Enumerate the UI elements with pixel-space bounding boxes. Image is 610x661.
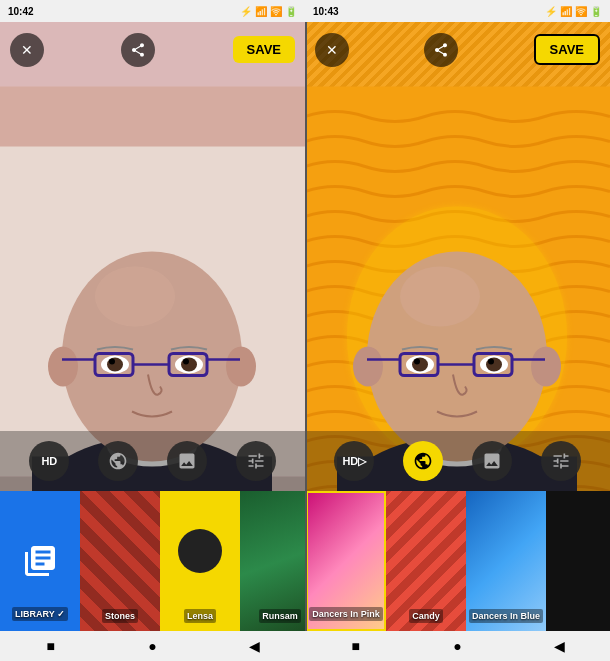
candy-label: Candy (409, 609, 443, 623)
svg-point-39 (488, 359, 494, 365)
svg-point-9 (48, 347, 78, 387)
signal-icon-left: 📶 (255, 6, 267, 17)
nav-back-left[interactable]: ◀ (244, 636, 264, 656)
image-icon-left (177, 451, 197, 471)
image-button-left[interactable] (167, 441, 207, 481)
lensa-label: Lensa (184, 609, 216, 623)
svg-point-36 (414, 359, 420, 365)
filter-runsam[interactable]: Runsam (240, 491, 305, 631)
svg-point-32 (353, 347, 383, 387)
status-bar-left: 10:42 ⚡ 📶 🛜 🔋 (0, 0, 305, 22)
filter-library[interactable]: LIBRARY ✓ (0, 491, 80, 631)
wifi-icon-left: 🛜 (270, 6, 282, 17)
filter-dancers-blue[interactable]: Dancers In Blue (466, 491, 546, 631)
controls-right: HD▷ (305, 431, 610, 491)
status-icons-right: ⚡ 📶 🛜 🔋 (545, 6, 602, 17)
share-icon-right (433, 42, 449, 58)
image-button-right[interactable] (472, 441, 512, 481)
svg-point-17 (183, 359, 189, 365)
time-right: 10:43 (313, 6, 339, 17)
wifi-icon-right: 🛜 (575, 6, 587, 17)
face-button-left[interactable] (98, 441, 138, 481)
share-button-left[interactable] (121, 33, 155, 67)
filter-lensa[interactable]: Lensa (160, 491, 240, 631)
signal-icon-right: 📶 (560, 6, 572, 17)
face-icon-right (413, 451, 433, 471)
save-button-left[interactable]: SAVE (233, 36, 295, 63)
hd-button-right[interactable]: HD▷ (334, 441, 374, 481)
filter-candy[interactable]: Candy (386, 491, 466, 631)
filter-dancers-pink[interactable]: Dancers In Pink (306, 491, 386, 631)
svg-point-8 (95, 267, 175, 327)
filter-strip-left: LIBRARY ✓ Stones Lensa Runsam (0, 491, 305, 631)
save-button-right[interactable]: SAVE (534, 34, 600, 65)
face-button-right[interactable] (403, 441, 443, 481)
nav-square-right[interactable]: ■ (346, 636, 366, 656)
image-icon-right (482, 451, 502, 471)
panel-divider (305, 22, 307, 631)
nav-back-right[interactable]: ◀ (549, 636, 569, 656)
hd-button-left[interactable]: HD (29, 441, 69, 481)
svg-point-14 (109, 359, 115, 365)
library-label: LIBRARY ✓ (12, 607, 68, 621)
filter-strip-right: Dancers In Pink Candy Dancers In Blue (305, 491, 610, 631)
settings-button-right[interactable] (541, 441, 581, 481)
share-button-right[interactable] (424, 33, 458, 67)
toolbar-left: ✕ SAVE (0, 22, 305, 77)
toolbar-right: ✕ SAVE (305, 22, 610, 77)
status-bar: 10:42 ⚡ 📶 🛜 🔋 10:43 ⚡ 📶 🛜 🔋 (0, 0, 610, 22)
svg-point-33 (531, 347, 561, 387)
svg-point-10 (226, 347, 256, 387)
time-left: 10:42 (8, 6, 34, 17)
svg-point-13 (107, 358, 123, 372)
settings-icon-right (551, 451, 571, 471)
nav-square-left[interactable]: ■ (41, 636, 61, 656)
nav-left: ■ ● ◀ (0, 636, 305, 656)
status-bar-right: 10:43 ⚡ 📶 🛜 🔋 (305, 0, 610, 22)
dancers-pink-label: Dancers In Pink (309, 607, 383, 621)
controls-left: HD (0, 431, 305, 491)
bluetooth-icon-left: ⚡ (240, 6, 252, 17)
close-button-right[interactable]: ✕ (315, 33, 349, 67)
filter-stones[interactable]: Stones (80, 491, 160, 631)
battery-icon-right: 🔋 (590, 6, 602, 17)
svg-point-31 (400, 267, 480, 327)
runsam-label: Runsam (259, 609, 301, 623)
face-icon-left (108, 451, 128, 471)
screen: 10:42 ⚡ 📶 🛜 🔋 10:43 ⚡ 📶 🛜 🔋 (0, 0, 610, 661)
settings-icon-left (246, 451, 266, 471)
panels-container: ✕ SAVE ✕ SAVE HD (0, 22, 610, 631)
status-icons-left: ⚡ 📶 🛜 🔋 (240, 6, 297, 17)
share-icon-left (130, 42, 146, 58)
svg-point-16 (181, 358, 197, 372)
svg-point-38 (486, 358, 502, 372)
bluetooth-icon-right: ⚡ (545, 6, 557, 17)
nav-circle-left[interactable]: ● (142, 636, 162, 656)
svg-point-35 (412, 358, 428, 372)
close-button-left[interactable]: ✕ (10, 33, 44, 67)
library-icon (22, 543, 58, 579)
nav-right: ■ ● ◀ (305, 636, 610, 656)
dancers-blue-label: Dancers In Blue (469, 609, 543, 623)
nav-circle-right[interactable]: ● (447, 636, 467, 656)
settings-button-left[interactable] (236, 441, 276, 481)
nav-bar: ■ ● ◀ ■ ● ◀ (0, 631, 610, 661)
stones-label: Stones (102, 609, 138, 623)
battery-icon-left: 🔋 (285, 6, 297, 17)
